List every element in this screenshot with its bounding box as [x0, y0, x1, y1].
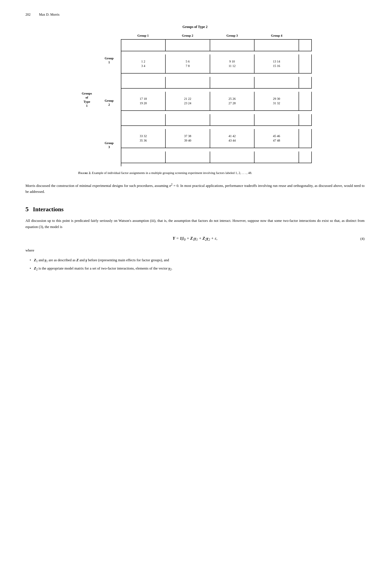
- figure-caption-text: Example of individual factor assignments…: [92, 171, 252, 175]
- cell-r1-c1: 1 23 4: [121, 54, 166, 74]
- cell-r1b-c4: [254, 77, 299, 88]
- cell-r2-c2: 21 2223 24: [166, 92, 210, 111]
- y-axis-label-text: GroupsofType1: [82, 91, 92, 108]
- cell-r3b-c2: [166, 152, 210, 163]
- cell-r3-c1: 33 3235 36: [121, 129, 166, 148]
- col-header-stub: [299, 33, 312, 38]
- section-number: 5: [25, 206, 29, 213]
- row-label-empty-bot-1: [98, 70, 121, 82]
- row-label-empty-bot-3: [98, 155, 121, 166]
- cell-r2b-c2: [166, 114, 210, 126]
- cell-r2-c3: 25 2627 28: [210, 92, 255, 111]
- body-section: Morris discussed the construction of min…: [25, 182, 365, 195]
- col-header-empty: [98, 33, 121, 38]
- cell-r1-c3: 9 1011 12: [210, 54, 255, 74]
- row-label-text-3: Group3: [104, 141, 113, 149]
- cell-r3-c3: 41 4243 44: [210, 129, 255, 148]
- grid-body: Group1 Group2 Group3: [98, 39, 312, 166]
- col-header-1: Group 1: [121, 33, 165, 38]
- row-label-empty-top-1: [98, 39, 121, 51]
- cell-r3-c4: 45 4647 48: [254, 129, 299, 148]
- figure-container: Groups of Type 2 GroupsofType1 Group 1 G…: [78, 25, 312, 175]
- equation-number: (4): [360, 237, 365, 241]
- cell-r3-stub: [299, 129, 312, 148]
- y-axis-label: GroupsofType1: [78, 91, 96, 108]
- cell-r2b-c1: [121, 114, 166, 126]
- row-label-text-1: Group1: [104, 56, 113, 65]
- section-title: Interactions: [33, 206, 64, 213]
- cell-r1-c2: 5 67 8: [166, 54, 210, 74]
- bullet-list: Z1 and γ1 are as described as Z and γ be…: [25, 257, 365, 272]
- page-author: Max D. Morris: [39, 13, 59, 17]
- cell-r3b-c3: [210, 152, 255, 163]
- cell-r3b-stub: [299, 152, 312, 163]
- col-headers: Group 1 Group 2 Group 3 Group 4: [98, 33, 312, 38]
- row-label-1: Group1: [98, 51, 121, 70]
- equation-text: Y = 1β0 + Z1γ1 + Z2γ2 + ε,: [173, 236, 217, 242]
- row-labels: Group1 Group2 Group3: [98, 39, 121, 166]
- cell-r3b-c1: [121, 152, 166, 163]
- cell-r1b-c3: [210, 77, 255, 88]
- where-label: where: [25, 248, 365, 254]
- col-header-4: Group 4: [254, 33, 299, 38]
- cell-r0-c2: [166, 40, 210, 51]
- cell-r3b-c4: [254, 152, 299, 163]
- page-number: 202: [25, 13, 31, 17]
- cell-r2-stub: [299, 92, 312, 111]
- body-paragraph: Morris discussed the construction of min…: [25, 182, 365, 195]
- cell-r2-c4: 29 3031 32: [254, 92, 299, 111]
- cell-r1b-stub: [299, 77, 312, 88]
- figure-caption: Figure 2. Example of individual factor a…: [78, 170, 312, 175]
- figure-title: Groups of Type 2: [78, 25, 312, 29]
- row-label-2: Group2: [98, 93, 121, 112]
- grid-content: Group 1 Group 2 Group 3 Group 4 Group1: [98, 33, 312, 166]
- row-label-text-2: Group2: [104, 99, 113, 107]
- row-label-3: Group3: [98, 136, 121, 155]
- cell-r0-stub: [299, 40, 312, 51]
- page-header: 202 Max D. Morris: [25, 13, 365, 17]
- cell-r2-c1: 17 1819 20: [121, 92, 166, 111]
- figure-caption-label: Figure 2.: [78, 171, 91, 175]
- cell-r0-c4: [254, 40, 299, 51]
- bullet-item-2: Z2 is the appropriate model matrix for a…: [30, 265, 365, 272]
- col-header-2: Group 2: [165, 33, 210, 38]
- row-label-empty-bot-2: [98, 112, 121, 124]
- row-label-empty-top-3: [98, 124, 121, 136]
- grid-wrapper: GroupsofType1 Group 1 Group 2 Group 3 Gr…: [78, 33, 312, 166]
- equation-block: Y = 1β0 + Z1γ1 + Z2γ2 + ε, (4): [25, 236, 365, 242]
- col-header-3: Group 3: [210, 33, 254, 38]
- cell-r2b-c4: [254, 114, 299, 126]
- cell-r0-c1: [121, 40, 166, 51]
- section-heading: 5 Interactions: [25, 206, 365, 213]
- main-grid: 1 23 4 5 67 8 9 1011 12 13 1415 16 17 18…: [121, 39, 312, 166]
- cell-r1-stub: [299, 54, 312, 74]
- cell-r3-c2: 37 3839 40: [166, 129, 210, 148]
- cell-r1-c4: 13 1415 16: [254, 54, 299, 74]
- cell-r1b-c2: [166, 77, 210, 88]
- section-intro: All discussion up to this point is predi…: [25, 218, 365, 230]
- bullet-item-1: Z1 and γ1 are as described as Z and γ be…: [30, 257, 365, 264]
- row-label-empty-top-2: [98, 82, 121, 93]
- cell-r1b-c1: [121, 77, 166, 88]
- cell-r0-c3: [210, 40, 255, 51]
- cell-r2b-c3: [210, 114, 255, 126]
- cell-r2b-stub: [299, 114, 312, 126]
